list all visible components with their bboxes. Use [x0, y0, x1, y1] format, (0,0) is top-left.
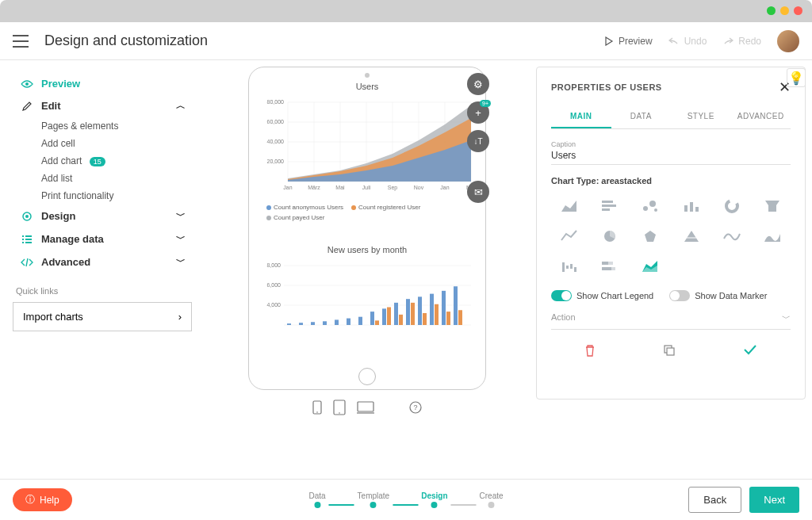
desktop-icon[interactable] — [357, 401, 374, 417]
add-button[interactable]: +9+ — [467, 101, 489, 124]
chart1-title: Users — [260, 82, 474, 91]
svg-rect-83 — [608, 262, 613, 265]
svg-rect-68 — [602, 208, 610, 211]
sidebar-item-manage[interactable]: Manage data ﹀ — [13, 228, 192, 250]
type-funnel-icon[interactable] — [755, 193, 791, 219]
svg-point-61 — [339, 412, 340, 414]
type-spline-icon[interactable] — [714, 224, 749, 249]
chevron-down-icon: ﹀ — [782, 312, 791, 324]
toggle-show-marker[interactable]: Show Data Marker — [669, 290, 767, 301]
confirm-button[interactable] — [743, 344, 757, 359]
window-minimize-icon[interactable] — [767, 6, 776, 15]
sidebar-manage-label: Manage data — [41, 233, 176, 245]
import-label: Import charts — [23, 311, 83, 323]
step-design[interactable]: Design — [421, 491, 447, 508]
svg-rect-54 — [442, 291, 446, 325]
sidebar-item-advanced[interactable]: Advanced ﹀ — [13, 250, 192, 273]
sidebar-sub-pages[interactable]: Pages & elements — [13, 117, 192, 135]
svg-rect-42 — [370, 312, 374, 325]
trash-icon — [584, 344, 596, 357]
undo-button[interactable]: Undo — [668, 36, 707, 47]
type-donut-icon[interactable] — [714, 193, 749, 219]
svg-rect-37 — [311, 322, 315, 325]
mail-button[interactable]: ✉ — [467, 181, 489, 203]
svg-text:40,000: 40,000 — [267, 139, 285, 144]
tab-data[interactable]: DATA — [611, 105, 672, 128]
avatar[interactable] — [777, 30, 799, 52]
hint-button[interactable]: 💡 — [787, 68, 806, 87]
plus-icon: + — [475, 107, 481, 119]
type-areastacked-icon[interactable] — [633, 254, 668, 279]
svg-rect-38 — [323, 321, 327, 325]
quicklinks-label: Quick links — [16, 286, 192, 296]
sidebar-item-design[interactable]: Design ﹀ — [13, 205, 192, 228]
tab-main[interactable]: MAIN — [551, 105, 611, 128]
delete-button[interactable] — [584, 344, 596, 359]
help-icon[interactable]: ? — [409, 401, 422, 417]
chart-newusers[interactable]: New users by month 8,000 6,000 4,000 — [260, 245, 474, 348]
svg-rect-72 — [684, 205, 688, 212]
sidebar-sub-addcell[interactable]: Add cell — [13, 135, 192, 152]
type-bubble-icon[interactable] — [633, 193, 668, 219]
chart-type-label: Chart Type: areastacked — [551, 176, 791, 185]
sidebar-sub-print[interactable]: Print functionality — [13, 187, 192, 205]
properties-title: PROPERTIES OF USERS — [551, 82, 662, 92]
settings-button[interactable]: ⚙ — [467, 73, 489, 95]
window-maximize-icon[interactable] — [780, 6, 789, 15]
duplicate-button[interactable] — [663, 344, 676, 359]
sidebar-item-edit[interactable]: Edit ︿ — [13, 94, 192, 117]
type-polygon-icon[interactable] — [633, 224, 668, 249]
type-stackedhbar-icon[interactable] — [592, 254, 627, 279]
svg-rect-50 — [418, 296, 422, 325]
next-button[interactable]: Next — [749, 487, 799, 513]
type-pyramid-icon[interactable] — [673, 224, 709, 249]
chevron-down-icon: ﹀ — [176, 232, 186, 246]
sidebar-item-preview[interactable]: Preview — [13, 73, 192, 94]
svg-text:Jan: Jan — [283, 185, 292, 190]
svg-rect-81 — [574, 267, 576, 272]
toggle-show-legend[interactable]: Show Chart Legend — [551, 290, 653, 301]
action-select[interactable]: Action ﹀ — [551, 312, 791, 330]
step-template[interactable]: Template — [358, 491, 390, 508]
properties-panel: PROPERTIES OF USERS ✕ MAIN DATA STYLE AD… — [536, 67, 806, 400]
tablet-icon[interactable] — [333, 400, 346, 419]
type-splinearea-icon[interactable] — [755, 224, 791, 249]
chevron-down-icon: ﹀ — [176, 209, 186, 223]
sidebar-sub-addlist[interactable]: Add list — [13, 170, 192, 187]
svg-text:Jan: Jan — [440, 185, 449, 190]
svg-rect-48 — [406, 299, 410, 325]
svg-text:?: ? — [413, 403, 417, 411]
svg-rect-53 — [435, 304, 439, 325]
page-title: Design and customization — [44, 32, 208, 49]
tab-style[interactable]: STYLE — [671, 105, 731, 128]
svg-rect-82 — [602, 262, 608, 265]
type-line-icon[interactable] — [551, 224, 587, 249]
svg-text:Sep: Sep — [388, 185, 398, 191]
type-column-icon[interactable] — [673, 193, 709, 219]
type-waterfall-icon[interactable] — [551, 254, 587, 279]
caption-input[interactable]: Users — [551, 150, 791, 165]
step-create[interactable]: Create — [480, 491, 504, 508]
addchart-badge: 15 — [90, 157, 105, 166]
step-data[interactable]: Data — [308, 491, 325, 508]
svg-rect-80 — [570, 264, 573, 269]
chart-users[interactable]: Users 80,000 60,000 40,000 20,000 JanMär… — [260, 82, 474, 240]
sort-button[interactable]: ↓T — [467, 130, 489, 152]
sidebar-sub-addchart[interactable]: Add chart 15 — [13, 152, 192, 170]
tab-advanced[interactable]: ADVANCED — [731, 105, 791, 128]
type-area-icon[interactable] — [551, 193, 587, 219]
help-button[interactable]: ⓘ Help — [13, 488, 72, 511]
type-pie-icon[interactable] — [592, 224, 627, 249]
svg-point-0 — [25, 82, 29, 86]
menu-icon[interactable] — [13, 35, 29, 48]
phone-icon[interactable] — [312, 400, 322, 418]
sidebar-advanced-label: Advanced — [41, 256, 176, 268]
back-button[interactable]: Back — [688, 487, 741, 513]
import-charts-button[interactable]: Import charts › — [13, 302, 192, 331]
svg-rect-84 — [602, 267, 611, 270]
redo-button[interactable]: Redo — [722, 36, 761, 47]
type-hbar-icon[interactable] — [592, 193, 627, 219]
preview-button[interactable]: Preview — [604, 36, 653, 47]
window-close-icon[interactable] — [794, 6, 802, 15]
lightbulb-icon: 💡 — [788, 71, 804, 86]
